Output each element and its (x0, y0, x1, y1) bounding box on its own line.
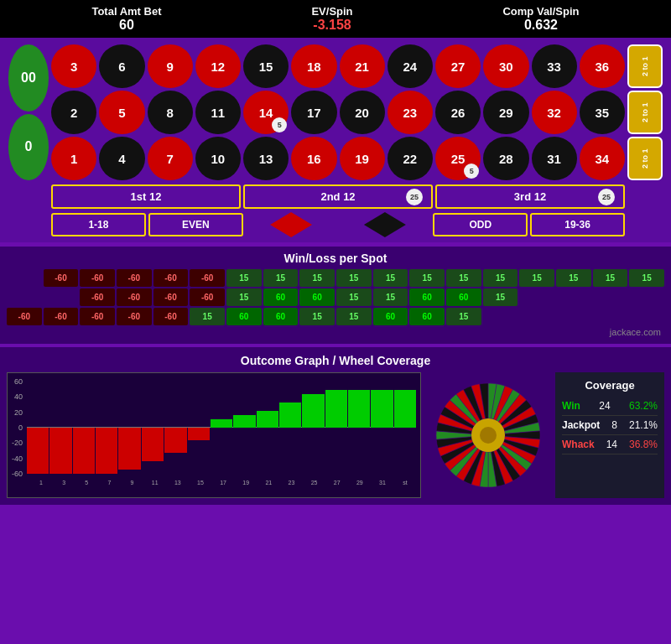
single-zero[interactable]: 0 (8, 114, 49, 181)
number-cell-8[interactable]: 8 (148, 91, 193, 134)
dozen-cell-2[interactable]: 3rd 1225 (435, 184, 625, 209)
wl-cell: -60 (80, 288, 115, 306)
wl-lead-cell (7, 269, 42, 287)
x-label: 11 (144, 480, 166, 486)
whack-label: Whack (562, 439, 595, 450)
number-cell-14[interactable]: 145 (243, 91, 289, 134)
jackpot-label: Jackpot (562, 419, 600, 431)
y-axis: 60 40 20 0 -20 -40 -60 (12, 377, 23, 478)
number-cell-34[interactable]: 34 (580, 137, 625, 180)
wl-cell: -60 (117, 308, 152, 325)
number-cell-27[interactable]: 27 (435, 44, 481, 88)
wl-cell: 15 (263, 269, 299, 287)
number-cell-26[interactable]: 26 (435, 91, 481, 134)
number-cell-6[interactable]: 6 (99, 44, 144, 88)
zero-column: 00 0 (8, 44, 49, 180)
bar-wrap (325, 377, 347, 478)
number-cell-21[interactable]: 21 (340, 44, 385, 88)
x-label: 27 (326, 480, 348, 486)
number-cell-32[interactable]: 32 (532, 91, 577, 134)
win-loss-section: Win/Loss per Spot -60-60-60-60-601515151… (0, 247, 671, 344)
bar-wrap (164, 377, 186, 478)
bet-red[interactable] (246, 212, 337, 237)
wl-cell: -60 (117, 269, 152, 287)
wl-cell: -60 (190, 269, 225, 287)
wl-cell (483, 308, 518, 325)
wl-lead-cell: -60 (7, 308, 42, 325)
bet-odd[interactable]: ODD (433, 213, 528, 236)
number-cell-36[interactable]: 36 (580, 44, 625, 88)
number-cell-16[interactable]: 16 (291, 137, 336, 180)
comp-val-spin: Comp Val/Spin 0.632 (502, 5, 579, 33)
wl-cell: 15 (373, 288, 408, 306)
dozen-cell-1[interactable]: 2nd 1225 (243, 184, 433, 209)
bar-positive (211, 419, 232, 428)
bet-19-36[interactable]: 19-36 (530, 213, 625, 236)
wl-cell: 15 (629, 269, 664, 287)
wl-cell: 60 (409, 288, 445, 306)
number-cell-5[interactable]: 5 (99, 91, 144, 134)
dozen-cell-0[interactable]: 1st 12 (51, 184, 241, 209)
number-cell-13[interactable]: 13 (243, 137, 289, 180)
bet-black[interactable] (339, 212, 430, 237)
number-cell-10[interactable]: 10 (195, 137, 241, 180)
number-cell-4[interactable]: 4 (99, 137, 144, 180)
win-count: 24 (599, 400, 610, 412)
number-cell-18[interactable]: 18 (291, 44, 336, 88)
x-label: 17 (212, 480, 234, 486)
bar-positive (371, 390, 393, 428)
number-cell-25[interactable]: 255 (435, 137, 481, 180)
number-cell-2[interactable]: 2 (51, 91, 96, 134)
bet-1-18[interactable]: 1-18 (51, 213, 146, 236)
side-bet-bot[interactable]: 2 to 1 (627, 137, 663, 180)
number-cell-23[interactable]: 23 (388, 91, 433, 134)
x-label: 13 (167, 480, 189, 486)
number-cell-22[interactable]: 22 (388, 137, 433, 180)
bar-positive (279, 402, 301, 428)
number-cell-30[interactable]: 30 (483, 44, 528, 88)
number-cell-11[interactable]: 11 (195, 91, 241, 134)
bar-negative (96, 428, 117, 474)
number-cell-31[interactable]: 31 (532, 137, 577, 180)
wl-cell: -60 (44, 269, 79, 287)
ev-spin-value: -3.158 (313, 18, 351, 33)
bar-negative (164, 428, 186, 453)
wl-cell: 15 (446, 269, 481, 287)
number-cell-24[interactable]: 24 (388, 44, 433, 88)
win-loss-grid: -60-60-60-60-60151515151515151515151515-… (7, 269, 664, 325)
number-cell-28[interactable]: 28 (483, 137, 528, 180)
number-cell-12[interactable]: 12 (195, 44, 241, 88)
comp-val-label: Comp Val/Spin (502, 5, 579, 18)
number-cell-1[interactable]: 1 (51, 137, 96, 180)
x-label: 25 (304, 480, 325, 486)
number-cell-9[interactable]: 9 (148, 44, 193, 88)
side-bet-top[interactable]: 2 to 1 (627, 44, 663, 88)
graph-section: Outcome Graph / Wheel Coverage 60 40 20 … (0, 347, 671, 505)
x-label: 5 (75, 480, 97, 486)
number-cell-7[interactable]: 7 (148, 137, 193, 180)
win-loss-title: Win/Loss per Spot (7, 252, 664, 265)
number-cell-15[interactable]: 15 (243, 44, 289, 88)
bar-negative (27, 428, 49, 474)
number-cell-3[interactable]: 3 (51, 44, 96, 88)
number-cell-35[interactable]: 35 (580, 91, 625, 134)
jackace-logo: jackace.com (7, 325, 664, 339)
wl-cell: 15 (299, 269, 335, 287)
bar-wrap (257, 377, 278, 478)
bar-positive (302, 394, 324, 428)
number-cell-19[interactable]: 19 (340, 137, 385, 180)
double-zero[interactable]: 00 (8, 44, 49, 112)
number-cell-17[interactable]: 17 (291, 91, 336, 134)
x-label: 7 (98, 480, 120, 486)
bet-even[interactable]: EVEN (148, 213, 243, 236)
wl-cell: -60 (80, 269, 115, 287)
bar-wrap (188, 377, 210, 478)
number-cell-33[interactable]: 33 (532, 44, 577, 88)
number-cell-20[interactable]: 20 (340, 91, 385, 134)
wl-cell: -60 (153, 269, 189, 287)
whack-count: 14 (606, 439, 617, 450)
x-label: 1 (30, 480, 52, 486)
side-bet-mid[interactable]: 2 to 1 (627, 91, 663, 134)
x-label: 23 (280, 480, 302, 486)
number-cell-29[interactable]: 29 (483, 91, 528, 134)
